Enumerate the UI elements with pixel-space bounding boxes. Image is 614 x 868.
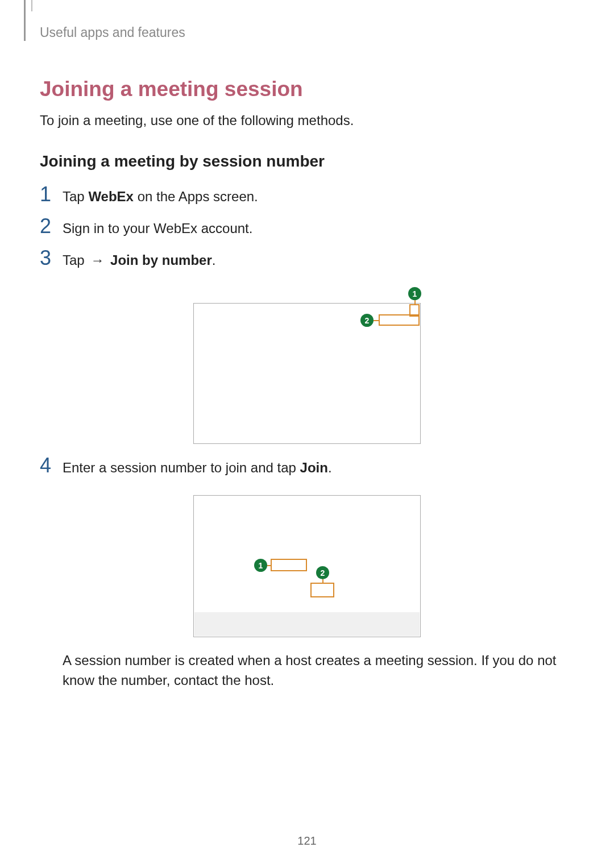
text-pre: Enter a session number to join and tap	[63, 460, 300, 475]
step-number: 2	[40, 216, 63, 236]
page-number: 121	[0, 834, 614, 848]
section-title: Joining a meeting session	[40, 77, 574, 101]
section-subtitle: Joining a meeting by session number	[40, 152, 574, 171]
step-number: 4	[40, 455, 63, 476]
callout-rect-1	[271, 559, 307, 571]
callout-badge-1: 1	[408, 287, 421, 300]
text-bold: Join by number	[110, 252, 212, 268]
text-pre: Tap	[63, 252, 88, 268]
step-number: 1	[40, 184, 63, 205]
step-text: Tap → Join by number.	[63, 251, 215, 271]
callout-rect-2	[310, 583, 334, 597]
step-text: Tap WebEx on the Apps screen.	[63, 187, 258, 207]
arrow-icon: →	[88, 251, 106, 271]
step-1: 1 Tap WebEx on the Apps screen.	[40, 184, 574, 207]
callout-line	[414, 300, 416, 304]
callout-line	[374, 320, 379, 321]
step-note: A session number is created when a host …	[63, 651, 574, 691]
step-number: 3	[40, 248, 63, 268]
figure-1: 1 2	[193, 287, 421, 444]
header-rule-short	[31, 0, 32, 11]
breadcrumb: Useful apps and features	[40, 25, 574, 40]
text-post: .	[328, 460, 332, 475]
step-text: Enter a session number to join and tap J…	[63, 458, 332, 478]
step-text: Sign in to your WebEx account.	[63, 219, 252, 239]
figure-2-wrap: 1 2	[40, 495, 574, 637]
figure-1-wrap: 1 2	[40, 287, 574, 444]
text-post: on the Apps screen.	[134, 189, 258, 204]
app-screenshot-placeholder	[193, 495, 421, 637]
text-pre: Tap	[63, 189, 88, 204]
header-rule	[24, 0, 26, 41]
step-2: 2 Sign in to your WebEx account.	[40, 216, 574, 239]
callout-rect-2	[379, 314, 420, 326]
text-post: .	[212, 252, 216, 268]
keyboard-area-placeholder	[194, 612, 420, 636]
steps-list: 1 Tap WebEx on the Apps screen. 2 Sign i…	[40, 184, 574, 691]
step-3: 3 Tap → Join by number.	[40, 248, 574, 271]
step-4: 4 Enter a session number to join and tap…	[40, 455, 574, 478]
text-bold: WebEx	[88, 189, 134, 204]
manual-page: Useful apps and features Joining a meeti…	[0, 0, 614, 868]
text-bold: Join	[300, 460, 328, 475]
section-intro: To join a meeting, use one of the follow…	[40, 113, 574, 128]
figure-2: 1 2	[193, 495, 421, 637]
